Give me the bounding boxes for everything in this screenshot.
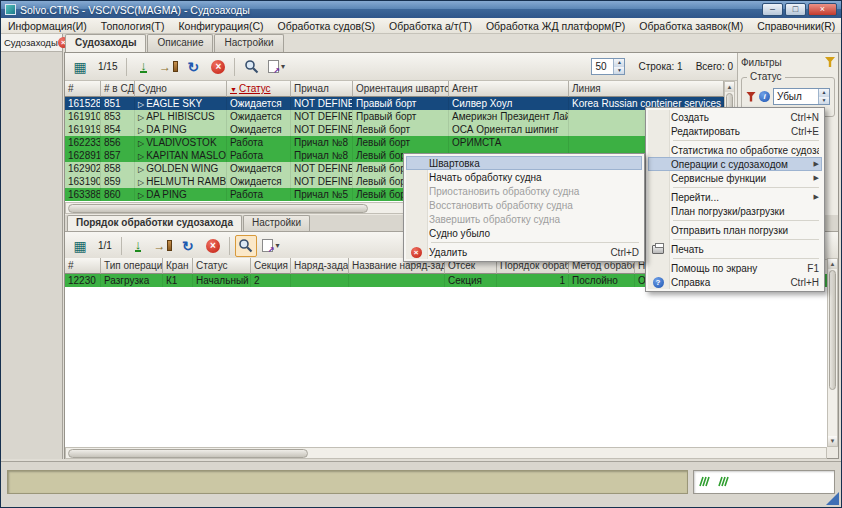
status-filter-value: Убыл xyxy=(774,89,818,104)
expand-icon[interactable]: ▷ xyxy=(138,191,144,200)
table-row[interactable]: 161919854▷DA PINGОжидаетсяNOT DEFINEDЛев… xyxy=(65,123,724,136)
table-row[interactable]: 161910853▷APL HIBISCUSОжидаетсяNOT DEFIN… xyxy=(65,110,724,123)
column-header[interactable]: # в СД xyxy=(101,81,135,97)
cell: Левый борт xyxy=(353,123,449,136)
import-button[interactable]: ↓ xyxy=(132,56,154,78)
report-button[interactable]: ↗ ▾ xyxy=(265,56,287,78)
search-button[interactable] xyxy=(235,235,257,257)
menu-item[interactable]: План погрузки/разгрузки xyxy=(648,204,822,218)
import-button[interactable]: ↓ xyxy=(127,235,149,257)
column-header[interactable]: Кран xyxy=(163,258,193,274)
cell: 2 xyxy=(251,274,291,287)
menu-item[interactable]: Статистика по обработке судозахода xyxy=(648,143,822,157)
table-row[interactable]: 161528851▷EAGLE SKYОжидаетсяNOT DEFINEDП… xyxy=(65,97,724,110)
operations-horizontal-scrollbar[interactable] xyxy=(65,447,827,459)
search-icon xyxy=(244,59,259,74)
scrollbar-thumb[interactable] xyxy=(829,270,836,390)
expand-icon[interactable]: ▷ xyxy=(138,139,144,148)
expand-icon[interactable]: ▷ xyxy=(138,113,144,122)
menu-item[interactable]: РедактироватьCtrl+E xyxy=(648,124,822,138)
menu-item[interactable]: Помощь по экрануF1 xyxy=(648,261,822,275)
info-icon[interactable]: i xyxy=(759,91,770,102)
column-header[interactable]: Причал xyxy=(291,81,353,97)
depart-button[interactable]: → xyxy=(152,235,174,257)
menubar-item[interactable]: Обработка ЖД платформ(Р) xyxy=(479,19,632,33)
menubar-item[interactable]: Обработка заявок(М) xyxy=(632,19,750,33)
refresh-button[interactable]: ↻ xyxy=(177,235,199,257)
minimize-button[interactable]: – xyxy=(762,3,783,16)
filter-funnel-icon[interactable] xyxy=(746,92,756,102)
main-tab[interactable]: Описание xyxy=(147,34,213,52)
scrollbar-thumb[interactable] xyxy=(68,204,368,213)
menubar-item[interactable]: Информация(И) xyxy=(1,19,94,33)
refresh-button[interactable]: ↻ xyxy=(182,56,204,78)
cell: Правый борт xyxy=(353,97,449,110)
close-button[interactable]: × xyxy=(808,3,837,16)
column-header[interactable]: ▼Статус xyxy=(227,81,291,97)
page-size-spinner[interactable]: 50 ▲ ▼ xyxy=(591,58,625,75)
column-header[interactable]: # xyxy=(65,81,101,97)
menubar: Информация(И)Топология(Т)Конфигурация(С)… xyxy=(1,18,841,34)
main-tab[interactable]: Судозаходы xyxy=(65,34,146,52)
columns-button[interactable]: ▦ xyxy=(69,56,91,78)
menubar-item[interactable]: Обработка а/т(Т) xyxy=(382,19,479,33)
section-tab[interactable]: Настройки xyxy=(243,215,310,231)
table-row[interactable]: 162233856▷VLADIVOSTOKРаботаПричал №8Левы… xyxy=(65,136,724,149)
cell: 857 xyxy=(101,149,135,162)
scrollbar-thumb[interactable] xyxy=(68,449,308,458)
menu-item[interactable]: Швартовка xyxy=(406,156,642,170)
cancel-button[interactable]: × xyxy=(207,56,229,78)
menu-item[interactable]: СоздатьCtrl+N xyxy=(648,110,822,124)
column-header[interactable]: # xyxy=(65,258,101,274)
spin-down-icon: ▼ xyxy=(819,97,829,105)
column-header[interactable]: Агент xyxy=(449,81,569,97)
operations-vertical-scrollbar[interactable]: ▲ ▼ xyxy=(827,258,838,447)
menu-item[interactable]: ?СправкаCtrl+H xyxy=(648,275,822,289)
spinner-buttons[interactable]: ▲ ▼ xyxy=(613,59,624,74)
column-header[interactable]: Линия xyxy=(569,81,724,97)
column-header[interactable]: Наряд-задание xyxy=(291,258,349,274)
column-header[interactable]: Судно xyxy=(135,81,227,97)
menubar-item[interactable]: Обработка судов(S) xyxy=(270,19,382,33)
menubar-item[interactable]: Конфигурация(С) xyxy=(171,19,270,33)
column-header[interactable]: Ориентация швартовки xyxy=(353,81,449,97)
expand-icon[interactable]: ▷ xyxy=(138,152,144,161)
menu-item[interactable]: Сервисные функции▶ xyxy=(648,171,822,185)
main-tab[interactable]: Настройки xyxy=(214,34,283,52)
main-tabs: СудозаходыОписаниеНастройки xyxy=(65,34,284,52)
menu-item[interactable]: Печать xyxy=(648,242,822,256)
section-tab[interactable]: Порядок обработки судозахода xyxy=(67,215,242,231)
menu-item[interactable]: Отправить план погрузки xyxy=(648,223,822,237)
expand-icon[interactable]: ▷ xyxy=(138,100,144,109)
combo-spinner[interactable]: ▲ ▼ xyxy=(818,89,829,104)
maximize-button[interactable]: □ xyxy=(785,3,806,16)
scroll-up-icon[interactable]: ▲ xyxy=(828,259,837,269)
column-header[interactable]: Тип операции xyxy=(101,258,163,274)
cell: Ожидается xyxy=(227,123,291,136)
status-message-field xyxy=(7,470,688,494)
scroll-up-icon[interactable]: ▲ xyxy=(725,82,734,92)
scroll-down-icon[interactable]: ▼ xyxy=(828,436,837,446)
menubar-item[interactable]: Топология(Т) xyxy=(94,19,172,33)
menu-item[interactable]: Начать обработку судна xyxy=(406,170,642,184)
expand-icon[interactable]: ▷ xyxy=(138,165,144,174)
search-button[interactable] xyxy=(240,56,262,78)
menu-item[interactable]: ×УдалитьCtrl+D xyxy=(406,245,642,259)
menu-item[interactable]: Операции с судозаходом▶ xyxy=(648,157,822,171)
menu-item-label: Начать обработку судна xyxy=(426,172,639,183)
sidebar-item-vessel-calls[interactable]: Судозаходы × xyxy=(1,34,62,52)
column-header[interactable]: Секция xyxy=(251,258,291,274)
columns-button[interactable]: ▦ xyxy=(69,235,91,257)
resize-grip[interactable] xyxy=(826,492,839,505)
column-header[interactable]: Статус xyxy=(193,258,251,274)
expand-icon[interactable]: ▷ xyxy=(138,126,144,135)
expand-icon[interactable]: ▷ xyxy=(138,178,144,187)
cancel-button[interactable]: × xyxy=(202,235,224,257)
menu-item[interactable]: Судно убыло xyxy=(406,226,642,240)
depart-button[interactable]: → xyxy=(157,56,179,78)
menu-item[interactable]: Перейти...▶ xyxy=(648,190,822,204)
menu-separator xyxy=(673,220,819,221)
menubar-item[interactable]: Справочники(R) xyxy=(750,19,842,33)
status-filter-combo[interactable]: Убыл ▲ ▼ xyxy=(773,88,830,105)
report-button[interactable]: ↗ ▾ xyxy=(260,235,282,257)
